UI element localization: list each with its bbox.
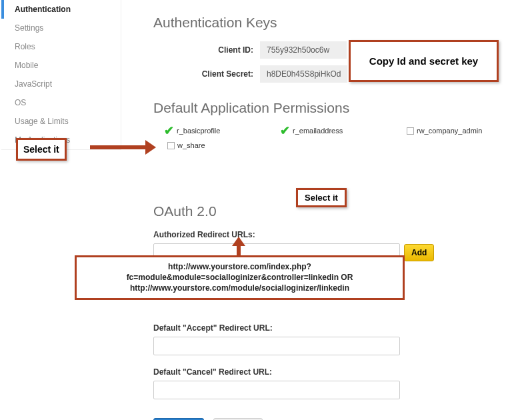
heading-permissions: Default Application Permissions [153, 100, 500, 116]
sidebar-item-settings[interactable]: Settings [1, 19, 121, 37]
sidebar-item-javascript[interactable]: JavaScript [1, 75, 121, 93]
perm-label: r_emailaddress [293, 127, 343, 135]
hint-line1: http://www.yourstore.com/index.php? [82, 261, 397, 272]
annotation-select-it-2: Select it [296, 188, 347, 207]
perm-label: r_basicprofile [177, 127, 220, 135]
perm-w-share[interactable]: w_share [167, 141, 205, 149]
arrow-right-icon [90, 145, 147, 149]
sidebar-item-os[interactable]: OS [1, 93, 121, 112]
checkbox-icon [167, 142, 175, 149]
sidebar-item-mobile[interactable]: Mobile [1, 56, 121, 75]
label-accept-redirect: Default "Accept" Redirect URL: [153, 323, 500, 333]
value-client-id: 755y932h50oc6w [260, 41, 347, 59]
sidebar-item-authentication[interactable]: Authentication [1, 0, 121, 19]
hint-line2: fc=module&module=socialloginizer&control… [82, 272, 397, 283]
perm-label: w_share [177, 141, 205, 149]
annotation-copy-keys: Copy Id and secret key [349, 40, 499, 82]
sidebar: Authentication Settings Roles Mobile Jav… [1, 0, 121, 150]
annotation-redirect-hint: http://www.yourstore.com/index.php? fc=m… [75, 255, 405, 300]
oauth-section: OAuth 2.0 Authorized Redirect URLs: Add … [153, 203, 500, 420]
label-cancel-redirect: Default "Cancel" Redirect URL: [153, 367, 500, 377]
perm-r-basicprofile[interactable]: ✔ r_basicprofile [164, 127, 220, 135]
label-client-secret: Client Secret: [187, 69, 260, 79]
perm-r-emailaddress[interactable]: ✔ r_emailaddress [280, 127, 343, 135]
sidebar-item-usage-limits[interactable]: Usage & Limits [1, 112, 121, 131]
value-client-secret: h8DE0h45S8piHkOd [260, 65, 347, 83]
perm-label: rw_company_admin [417, 127, 482, 135]
perm-rw-company-admin[interactable]: rw_company_admin [407, 127, 482, 135]
checkbox-icon [407, 127, 414, 135]
input-accept-redirect[interactable] [153, 337, 400, 355]
label-client-id: Client ID: [187, 45, 260, 55]
permissions-group: ✔ r_basicprofile ✔ r_emailaddress rw_com… [153, 127, 500, 157]
add-button[interactable]: Add [404, 244, 434, 261]
heading-auth-keys: Authentication Keys [153, 15, 500, 31]
annotation-select-it-1: Select it [16, 138, 67, 161]
check-icon: ✔ [280, 127, 290, 134]
check-icon: ✔ [164, 127, 174, 134]
sidebar-item-roles[interactable]: Roles [1, 37, 121, 56]
label-auth-redirect: Authorized Redirect URLs: [153, 230, 500, 239]
input-cancel-redirect[interactable] [153, 381, 400, 399]
hint-line3: http://www.yourstore.com/module/sociallo… [82, 283, 397, 293]
